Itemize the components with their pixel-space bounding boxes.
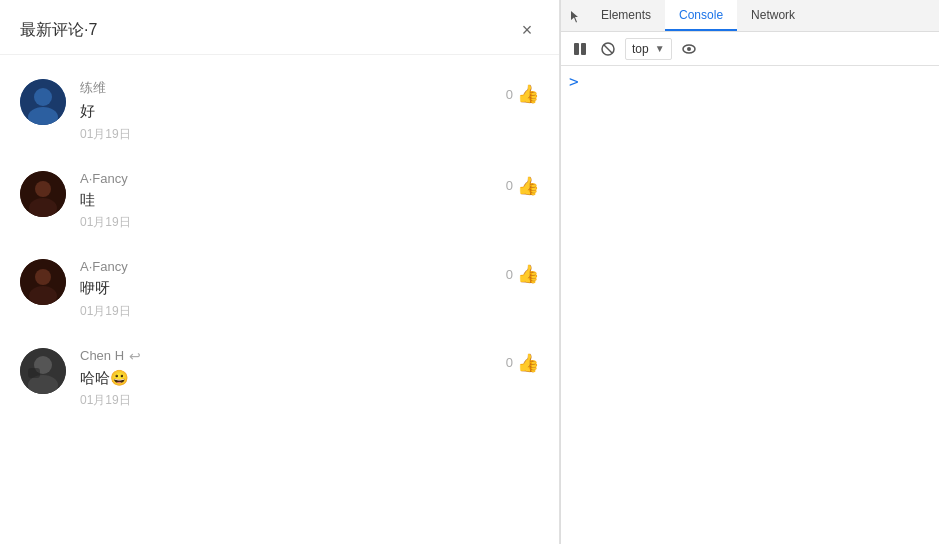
comment-like: 0 👍 [489, 79, 539, 105]
avatar [20, 171, 66, 217]
comment-like: 0 👍 [489, 171, 539, 197]
like-count: 0 [506, 87, 513, 102]
comment-date: 01月19日 [80, 214, 489, 231]
comment-content: 练维 好 01月19日 [80, 79, 489, 143]
comment-item: A·Fancy 咿呀 01月19日 0 👍 [0, 245, 559, 334]
tab-elements[interactable]: Elements [587, 0, 665, 31]
comments-panel: 最新评论·7 × 练维 好 01月19日 0 👍 [0, 0, 560, 544]
comment-like: 0 👍 [489, 259, 539, 285]
eye-icon[interactable] [678, 38, 700, 60]
dropdown-icon: ▼ [655, 43, 665, 54]
devtools-toolbar: top ▼ [561, 32, 939, 66]
comment-text: 好 [80, 100, 489, 123]
comment-text: 哈哈😀 [80, 367, 489, 390]
comment-username: 练维 [80, 79, 489, 97]
svg-rect-12 [28, 368, 40, 378]
comment-text: 哇 [80, 189, 489, 212]
comments-list: 练维 好 01月19日 0 👍 A·Fancy [0, 55, 559, 544]
devtools-panel: Elements Console Network top ▼ [560, 0, 939, 544]
avatar [20, 79, 66, 125]
svg-point-1 [34, 88, 52, 106]
comment-item: 练维 好 01月19日 0 👍 [0, 65, 559, 157]
like-count: 0 [506, 267, 513, 282]
comment-date: 01月19日 [80, 126, 489, 143]
thumbup-icon[interactable]: 👍 [517, 175, 539, 197]
comment-item: Chen H ↩ 哈哈😀 01月19日 0 👍 [0, 334, 559, 424]
comment-item: A·Fancy 哇 01月19日 0 👍 [0, 157, 559, 246]
comment-content: A·Fancy 哇 01月19日 [80, 171, 489, 232]
run-script-icon[interactable] [569, 38, 591, 60]
like-count: 0 [506, 178, 513, 193]
svg-rect-14 [581, 43, 586, 55]
svg-line-16 [604, 45, 612, 53]
context-selector[interactable]: top ▼ [625, 38, 672, 60]
comment-content: A·Fancy 咿呀 01月19日 [80, 259, 489, 320]
svg-rect-13 [574, 43, 579, 55]
thumbup-icon[interactable]: 👍 [517, 263, 539, 285]
comment-text: 咿呀 [80, 277, 489, 300]
svg-point-7 [35, 269, 51, 285]
svg-point-4 [35, 181, 51, 197]
devtools-tabs: Elements Console Network [561, 0, 939, 32]
comment-like: 0 👍 [489, 348, 539, 374]
console-caret: > [569, 74, 579, 90]
console-prompt: > [569, 74, 931, 90]
comments-title: 最新评论·7 [20, 20, 97, 41]
thumbup-icon[interactable]: 👍 [517, 83, 539, 105]
avatar [20, 348, 66, 394]
like-count: 0 [506, 355, 513, 370]
comments-header: 最新评论·7 × [0, 0, 559, 55]
clear-console-icon[interactable] [597, 38, 619, 60]
console-area[interactable]: > [561, 66, 939, 544]
svg-point-18 [687, 47, 691, 51]
cursor-tool-icon[interactable] [565, 5, 587, 27]
close-button[interactable]: × [515, 18, 539, 42]
tab-network[interactable]: Network [737, 0, 809, 31]
comment-username: A·Fancy [80, 171, 489, 186]
avatar [20, 259, 66, 305]
comment-username: Chen H ↩ [80, 348, 489, 364]
tab-console[interactable]: Console [665, 0, 737, 31]
thumbup-icon[interactable]: 👍 [517, 352, 539, 374]
comment-username: A·Fancy [80, 259, 489, 274]
comment-content: Chen H ↩ 哈哈😀 01月19日 [80, 348, 489, 410]
reply-icon: ↩ [129, 348, 141, 364]
comment-date: 01月19日 [80, 392, 489, 409]
context-label: top [632, 42, 649, 56]
comment-date: 01月19日 [80, 303, 489, 320]
